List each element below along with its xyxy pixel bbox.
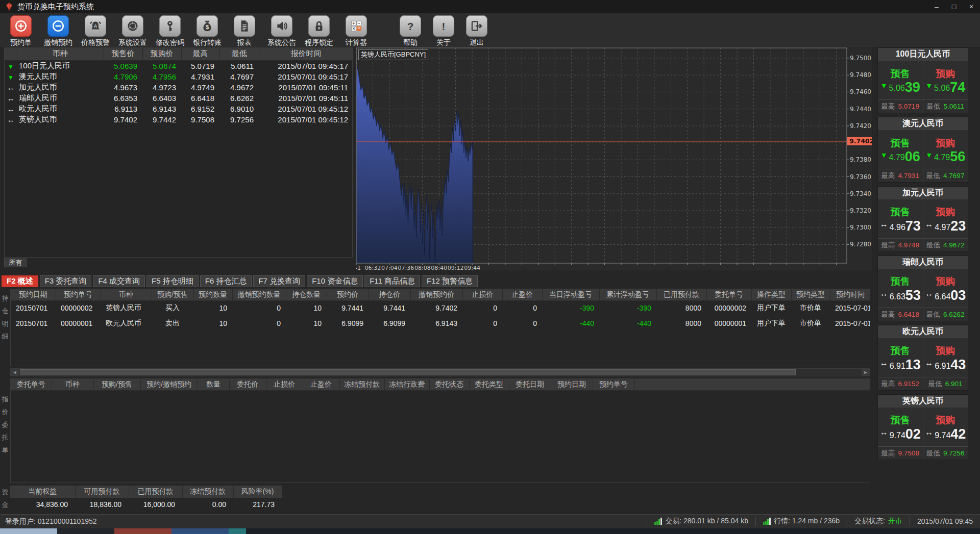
position-column-header[interactable]: 预约日期 (11, 289, 56, 300)
card-buy-button[interactable]: 预购↔9.7442 (923, 408, 968, 446)
tab-f6[interactable]: F6 持仓汇总 (200, 275, 252, 287)
order-column-header[interactable]: 预购/预售 (93, 379, 140, 390)
position-column-header[interactable]: 预约数量 (193, 289, 232, 300)
card-sell-button[interactable]: 预售↔6.6353 (878, 269, 923, 308)
quote-column-header[interactable]: 预售价 (104, 48, 142, 60)
card-sell-button[interactable]: 预售▼5.0639 (878, 61, 923, 99)
maximize-button[interactable]: □ (945, 0, 963, 13)
card-buy-button[interactable]: 预购↔6.6403 (923, 269, 968, 308)
toolbar-button-1[interactable]: 预约单 (5, 15, 37, 47)
position-column-header[interactable]: 撤销预约数量 (232, 289, 286, 300)
toolbar-button-11[interactable]: ?帮助 (394, 15, 427, 47)
position-column-header[interactable]: 止损价 (462, 289, 502, 300)
card-sell-button[interactable]: 预售↔9.7402 (878, 408, 923, 446)
chart-symbol-label: 英镑人民币[GBPCNY] (358, 49, 428, 60)
card-buy-button[interactable]: 预购↔4.9723 (923, 199, 968, 238)
position-column-header[interactable]: 持仓价 (369, 289, 410, 300)
position-column-header[interactable]: 止盈价 (502, 289, 542, 300)
order-column-header[interactable]: 委托类型 (469, 379, 509, 390)
order-column-header[interactable]: 数量 (198, 379, 229, 390)
position-column-header[interactable]: 撤销预约价 (410, 289, 462, 300)
horizontal-scrollbar[interactable]: ◄ ► (10, 368, 870, 376)
order-column-header[interactable]: 止盈价 (303, 379, 339, 390)
tab-f3[interactable]: F3 委托查询 (40, 275, 92, 287)
quote-column-header[interactable]: 预购价 (142, 48, 181, 60)
quote-row[interactable]: ↔欧元人民币6.91136.91436.91526.90102015/07/01… (5, 104, 353, 114)
position-column-header[interactable]: 持仓数量 (286, 289, 327, 300)
card-sell-button[interactable]: 预售▼4.7906 (878, 130, 923, 169)
card-sell-button[interactable]: 预售↔4.9673 (878, 199, 923, 238)
order-column-header[interactable]: 委托价 (229, 379, 266, 390)
toolbar-button-8[interactable]: 系统公告 (265, 15, 298, 47)
all-filter-tab[interactable]: 所有 (4, 258, 27, 267)
toolbar-button-12[interactable]: !关于 (427, 15, 460, 47)
quote-column-header[interactable]: 最高 (181, 48, 219, 60)
position-column-header[interactable]: 预约时间 (830, 289, 870, 300)
order-column-header[interactable]: 预约单号 (593, 379, 634, 390)
toolbar-button-5[interactable]: 修改密码 (154, 15, 186, 47)
position-column-header[interactable]: 当日浮动盈亏 (542, 289, 599, 300)
quote-row[interactable]: ↔英镑人民币9.74029.74429.75089.72562015/07/01… (5, 114, 353, 125)
scroll-left-icon[interactable]: ◄ (11, 369, 19, 376)
tab-f10[interactable]: F10 资金信息 (307, 275, 363, 287)
position-column-header[interactable]: 币种 (101, 289, 152, 300)
close-button[interactable]: × (963, 0, 980, 13)
svg-text:07:36: 07:36 (398, 265, 414, 270)
order-column-header[interactable]: 冻结行政费 (384, 379, 429, 390)
quote-column-header[interactable]: 报价时间 (259, 48, 353, 60)
toolbar-button-2[interactable]: 撤销预约 (42, 15, 75, 47)
toolbar-button-13[interactable]: 退出 (460, 15, 493, 47)
position-column-header[interactable]: 预约价 (327, 289, 369, 300)
scroll-right-icon[interactable]: ► (862, 369, 870, 376)
position-column-header[interactable]: 预约类型 (791, 289, 830, 300)
toolbar-button-3[interactable]: A价格预警 (79, 15, 112, 47)
card-buy-button[interactable]: 预购▼5.0674 (923, 61, 968, 99)
order-column-header[interactable]: 止损价 (266, 379, 303, 390)
svg-text:09:44: 09:44 (464, 265, 480, 270)
position-column-header[interactable]: 预购/预售 (152, 289, 193, 300)
tab-f7[interactable]: F7 兑换查询 (253, 275, 305, 287)
order-column-header[interactable]: 冻结预付款 (339, 379, 384, 390)
quote-card: 澳元人民币预售▼4.7906预购▼4.7956最高4.7931最低4.7697 (877, 117, 968, 183)
toolbar-button-4[interactable]: 系统设置 (116, 15, 149, 47)
tab-f12[interactable]: F12 预警信息 (422, 275, 478, 287)
toolbar-button-6[interactable]: $银行转账 (191, 15, 224, 47)
order-column-header[interactable]: 委托状态 (429, 379, 469, 390)
quote-column-header[interactable] (5, 48, 17, 60)
toolbar-button-7[interactable]: 报表 (228, 15, 261, 47)
order-column-header[interactable] (634, 379, 870, 390)
card-buy-button[interactable]: 预购▼4.7956 (923, 130, 968, 169)
order-column-header[interactable]: 预约日期 (551, 379, 593, 390)
quote-row[interactable]: ▼100日元人民币5.06395.06745.07195.06112015/07… (5, 60, 353, 71)
quote-column-header[interactable]: 最低 (219, 48, 259, 60)
tab-f11[interactable]: F11 商品信息 (364, 275, 420, 287)
minimize-button[interactable]: – (928, 0, 945, 13)
position-column-header[interactable]: 累计浮动盈亏 (599, 289, 656, 300)
order-column-header[interactable]: 委托单号 (11, 379, 52, 390)
tab-f5[interactable]: F5 持仓明细 (146, 275, 199, 287)
position-column-header[interactable]: 已用预付款 (656, 289, 706, 300)
tab-f2[interactable]: F2 概述 (2, 275, 38, 287)
quote-row[interactable]: ↔加元人民币4.96734.97234.97494.96722015/07/01… (5, 82, 353, 93)
quote-table: 币种预售价预购价最高最低报价时间 ▼100日元人民币5.06395.06745.… (5, 48, 354, 125)
position-column-header[interactable]: 操作类型 (751, 289, 791, 300)
quote-row[interactable]: ↔瑞郎人民币6.63536.64036.64186.62622015/07/01… (5, 93, 353, 104)
order-column-header[interactable]: 预约/撤销预约 (140, 379, 198, 390)
position-column-header[interactable]: 委托单号 (706, 289, 751, 300)
position-cell: 0 (232, 300, 286, 316)
card-buy-button[interactable]: 预购↔6.9143 (923, 338, 968, 377)
order-column-header[interactable]: 币种 (52, 379, 93, 390)
quote-row[interactable]: ▼澳元人民币4.79064.79564.79314.76972015/07/01… (5, 71, 353, 82)
position-column-header[interactable]: 预约单号 (56, 289, 101, 300)
toolbar-button-10[interactable]: +−×=计算器 (340, 15, 373, 47)
buy-label: 预购 (936, 275, 955, 288)
position-row[interactable]: 2015070100000002英镑人民币买入100109.74419.7441… (11, 300, 870, 316)
tab-f4[interactable]: F4 成交查询 (93, 275, 145, 287)
order-column-header[interactable]: 委托日期 (509, 379, 551, 390)
quote-column-header[interactable]: 币种 (17, 48, 104, 60)
price-chart-panel[interactable]: 英镑人民币[GBPCNY] 7-106:3207:0407:3608:0808:… (356, 47, 872, 270)
toolbar-button-9[interactable]: 程序锁定 (303, 15, 335, 47)
position-row[interactable]: 2015070100000001欧元人民币卖出100106.90996.9099… (11, 316, 870, 331)
card-sell-button[interactable]: 预售↔6.9113 (878, 338, 923, 377)
scrollbar-thumb[interactable] (20, 369, 796, 375)
